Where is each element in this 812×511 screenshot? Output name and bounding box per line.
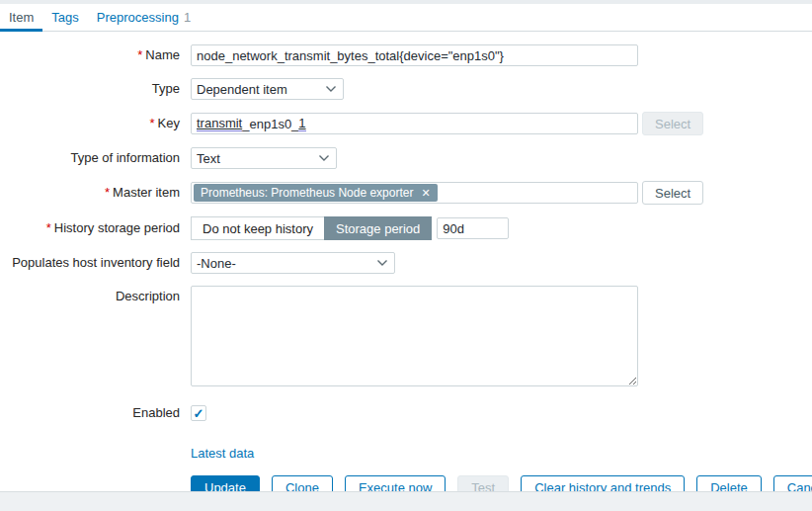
required-asterisk: * [105, 185, 110, 200]
master-item-row: *Master item Prometheus: Prometheus Node… [0, 181, 812, 205]
history-storage-period-label-text: History storage period [54, 220, 180, 235]
description-label: Description [0, 286, 180, 307]
item-form: *Name Type Dependent item *Key transmit_… [0, 32, 812, 499]
storage-period-button[interactable]: Storage period [324, 216, 432, 240]
chip-remove-icon[interactable]: ✕ [421, 188, 430, 199]
required-asterisk: * [150, 116, 155, 130]
key-label: *Key [0, 113, 180, 134]
type-label: Type [0, 78, 180, 100]
inventory-select[interactable]: -None- [191, 252, 395, 274]
tab-item-label: Item [9, 10, 34, 25]
master-item-chip: Prometheus: Prometheus Node exporter ✕ [194, 184, 438, 202]
type-select[interactable]: Dependent item [191, 78, 344, 100]
chevron-down-icon [318, 154, 330, 162]
key-label-text: Key [158, 116, 180, 130]
latest-data-row: Latest data [0, 442, 812, 464]
history-storage-period-row: *History storage period Do not keep hist… [0, 216, 812, 240]
history-mode-toggle: Do not keep history Storage period [191, 216, 432, 240]
inventory-label: Populates host inventory field [0, 252, 180, 274]
inventory-label-text: Populates host inventory field [12, 255, 180, 270]
master-item-label: *Master item [0, 182, 180, 204]
master-item-select-button[interactable]: Select [642, 181, 703, 205]
inventory-row: Populates host inventory field -None- [0, 252, 812, 274]
type-of-information-select-value: Text [197, 151, 220, 166]
tab-preprocessing[interactable]: Preprocessing1 [88, 4, 200, 31]
type-of-information-label: Type of information [0, 147, 180, 169]
key-value-part: transmit [197, 117, 242, 131]
key-select-button[interactable]: Select [642, 112, 703, 135]
tab-tags[interactable]: Tags [42, 4, 87, 31]
description-row: Description [0, 286, 812, 386]
required-asterisk: * [46, 220, 51, 235]
chevron-down-icon [325, 85, 337, 93]
history-period-input[interactable] [437, 217, 509, 239]
master-item-label-text: Master item [113, 185, 180, 200]
enabled-label: Enabled [0, 402, 180, 424]
key-row: *Key transmit_enp1s0_1 Select [0, 112, 812, 135]
tab-item[interactable]: Item [0, 4, 42, 31]
type-of-information-row: Type of information Text [0, 147, 812, 169]
latest-data-link[interactable]: Latest data [191, 446, 254, 461]
name-label-text: Name [145, 47, 180, 62]
chevron-down-icon [376, 259, 388, 267]
type-label-text: Type [152, 81, 180, 96]
enabled-checkbox[interactable]: ✓ [191, 405, 206, 421]
name-label: *Name [0, 44, 180, 66]
type-select-value: Dependent item [197, 82, 287, 97]
type-of-information-label-text: Type of information [70, 150, 180, 165]
description-label-text: Description [116, 289, 180, 303]
tab-tags-label: Tags [51, 10, 78, 25]
page-footer [0, 491, 812, 511]
inventory-select-value: -None- [197, 256, 236, 271]
type-of-information-select[interactable]: Text [191, 147, 337, 169]
description-textarea[interactable] [191, 286, 638, 386]
tab-preprocessing-label: Preprocessing [97, 10, 179, 25]
enabled-label-text: Enabled [132, 405, 180, 420]
preprocessing-count-badge: 1 [184, 10, 191, 25]
enabled-row: Enabled ✓ [0, 402, 812, 424]
tab-bar: Item Tags Preprocessing1 [0, 4, 812, 32]
name-row: *Name [0, 44, 812, 66]
history-storage-period-label: *History storage period [0, 217, 180, 239]
key-input[interactable]: transmit_enp1s0_1 [191, 113, 638, 134]
checkmark-icon: ✓ [194, 407, 204, 420]
key-value-part: 1 [298, 117, 305, 131]
type-row: Type Dependent item [0, 78, 812, 100]
master-item-input[interactable]: Prometheus: Prometheus Node exporter ✕ [191, 182, 638, 204]
master-item-chip-label: Prometheus: Prometheus Node exporter [201, 186, 413, 200]
key-value-part: _enp1s0_ [242, 117, 298, 131]
do-not-keep-history-button[interactable]: Do not keep history [191, 216, 325, 240]
required-asterisk: * [137, 47, 142, 62]
name-input[interactable] [191, 44, 638, 66]
